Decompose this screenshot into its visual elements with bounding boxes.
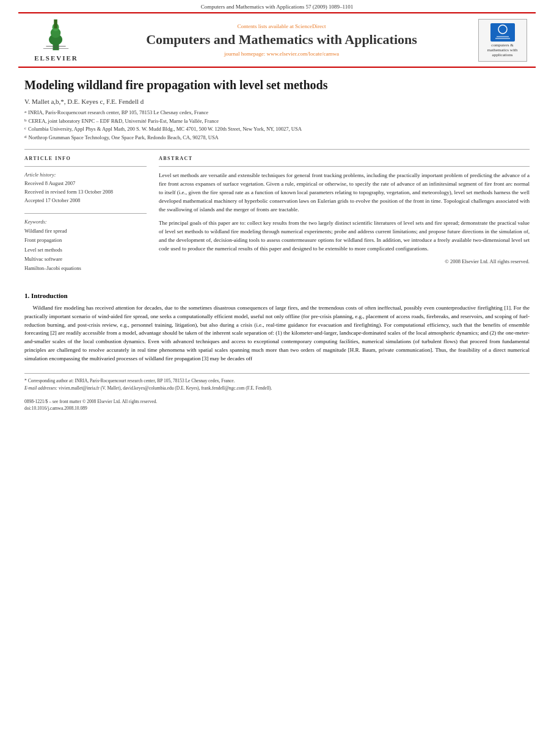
- keyword-5: Hamilton–Jacobi equations: [24, 264, 147, 273]
- content-area: Modeling wildland fire propagation with …: [0, 68, 554, 424]
- journal-homepage: journal homepage: www.elsevier.com/locat…: [224, 51, 339, 57]
- left-column: ARTICLE INFO Article history: Received 8…: [24, 156, 147, 282]
- affil-b-text: CEREA, joint laboratory ENPC – EDF R&D, …: [29, 117, 219, 126]
- elsevier-logo: ELSEVIER: [34, 18, 78, 62]
- corresponding-footnote: * Corresponding author at: INRIA, Paris-…: [24, 377, 530, 385]
- elsevier-tree-icon: [39, 18, 73, 52]
- footer-copyright: 0898-1221/$ – see front matter © 2008 El…: [24, 398, 530, 412]
- sciencedirect-notice: Contents lists available at ScienceDirec…: [238, 23, 326, 29]
- right-column: ABSTRACT Level set methods are versatile…: [159, 156, 530, 282]
- keyword-2: Front propagation: [24, 236, 147, 245]
- keywords-list: Wildland fire spread Front propagation L…: [24, 227, 147, 273]
- keyword-3: Level set methods: [24, 245, 147, 255]
- article-info-divider: [24, 166, 147, 167]
- intro-body: Wildland fire modeling has received atte…: [24, 304, 530, 364]
- abstract-divider: [159, 166, 530, 167]
- affiliation-d: dNorthrop Grumman Space Technology, One …: [24, 134, 530, 142]
- keywords-divider: [24, 213, 147, 214]
- accepted-date: Accepted 17 October 2008: [24, 197, 147, 205]
- abstract-paragraph-2: The principal goals of this paper are to…: [159, 219, 530, 253]
- corresponding-text: * Corresponding author at: INRIA, Paris-…: [24, 378, 235, 383]
- received-date: Received 8 August 2007: [24, 180, 147, 188]
- journal-graphic-icon: [490, 23, 515, 42]
- svg-rect-4: [54, 20, 58, 29]
- affil-d-text: Northrop Grumman Space Technology, One S…: [29, 134, 219, 142]
- journal-title-area: Contents lists available at ScienceDirec…: [93, 18, 470, 62]
- affil-a-text: INRIA, Paris-Rocquencourt research cente…: [28, 109, 208, 117]
- sciencedirect-label: Contents lists available at: [238, 23, 294, 29]
- sciencedirect-link-text[interactable]: ScienceDirect: [295, 23, 326, 29]
- keywords-section: Keywords: Wildland fire spread Front pro…: [24, 219, 147, 273]
- abstract-copyright: © 2008 Elsevier Ltd. All rights reserved…: [159, 258, 530, 264]
- footer-issn: 0898-1221/$ – see front matter © 2008 El…: [24, 398, 530, 405]
- keyword-1: Wildland fire spread: [24, 227, 147, 236]
- journal-icon-box: computers & mathematics with application…: [478, 19, 527, 62]
- article-title: Modeling wildland fire propagation with …: [24, 77, 530, 93]
- elsevier-brand-text: ELSEVIER: [34, 54, 78, 62]
- homepage-link[interactable]: www.elsevier.com/locate/camwa: [267, 51, 339, 57]
- abstract-text: Level set methods are versatile and exte…: [159, 172, 530, 253]
- journal-icon-area: computers & mathematics with application…: [476, 18, 528, 62]
- email-addresses: vivien.mallet@inria.fr (V. Mallet), davi…: [59, 385, 272, 391]
- header-divider: [24, 149, 530, 150]
- intro-paragraph: Wildland fire modeling has received atte…: [24, 304, 530, 364]
- keywords-label: Keywords:: [24, 219, 147, 225]
- homepage-label: journal homepage:: [224, 51, 265, 57]
- elsevier-logo-area: ELSEVIER: [26, 18, 87, 62]
- journal-header: ELSEVIER Contents lists available at Sci…: [18, 12, 536, 68]
- footer-doi: doi:10.1016/j.camwa.2008.10.089: [24, 405, 530, 412]
- affiliation-b: bCEREA, joint laboratory ENPC – EDF R&D,…: [24, 117, 530, 126]
- intro-heading: 1. Introduction: [24, 292, 530, 299]
- abstract-paragraph-1: Level set methods are versatile and exte…: [159, 172, 530, 214]
- two-column-layout: ARTICLE INFO Article history: Received 8…: [24, 156, 530, 282]
- article-info-section: ARTICLE INFO Article history: Received 8…: [24, 156, 147, 205]
- journal-icon-label: computers & mathematics with application…: [481, 43, 524, 57]
- journal-citation: Computers and Mathematics with Applicati…: [0, 0, 554, 12]
- affiliation-a: aINRIA, Paris-Rocquencourt research cent…: [24, 109, 530, 117]
- abstract-label: ABSTRACT: [159, 156, 530, 161]
- affil-c-text: Columbia University, Appl Phys & Appl Ma…: [28, 125, 302, 134]
- introduction-section: 1. Introduction Wildland fire modeling h…: [24, 292, 530, 364]
- email-label: E-mail addresses:: [24, 385, 57, 391]
- journal-info-text: Computers and Mathematics with Applicati…: [201, 4, 353, 10]
- article-info-label: ARTICLE INFO: [24, 156, 147, 161]
- authors-line: V. Mallet a,b,*, D.E. Keyes c, F.E. Fend…: [24, 98, 530, 105]
- keyword-4: Multivac software: [24, 255, 147, 264]
- journal-title: Computers and Mathematics with Applicati…: [146, 32, 417, 48]
- revised-date: Received in revised form 13 October 2008: [24, 188, 147, 197]
- footnote-area: * Corresponding author at: INRIA, Paris-…: [24, 373, 530, 412]
- email-footnote: E-mail addresses: vivien.mallet@inria.fr…: [24, 385, 530, 392]
- affiliation-c: cColumbia University, Appl Phys & Appl M…: [24, 125, 530, 134]
- history-label: Article history:: [24, 172, 147, 178]
- affiliations: aINRIA, Paris-Rocquencourt research cent…: [24, 109, 530, 142]
- authors-text: V. Mallet a,b,*, D.E. Keyes c, F.E. Fend…: [24, 98, 144, 105]
